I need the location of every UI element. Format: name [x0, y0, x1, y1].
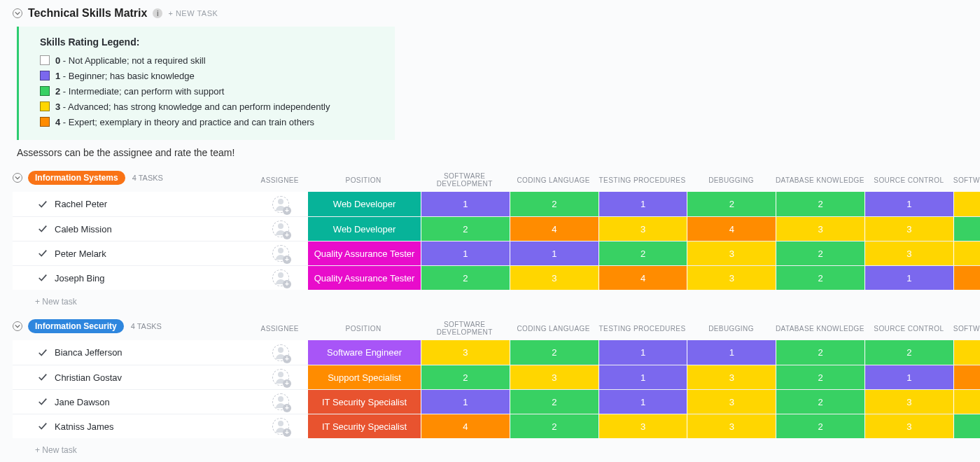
task-name-cell[interactable]: Joseph Bing	[13, 266, 254, 290]
skill-cell[interactable]: 4	[598, 266, 687, 290]
skill-cell[interactable]: 2	[776, 266, 864, 290]
skill-cell[interactable]	[953, 340, 980, 365]
skill-cell[interactable]: 3	[687, 390, 776, 414]
skill-cell[interactable]: 2	[776, 365, 864, 389]
new-task-button[interactable]: + New task	[13, 290, 980, 307]
skill-cell[interactable]	[953, 365, 980, 389]
skill-cell[interactable]: 3	[687, 266, 776, 290]
assign-user-button[interactable]: +	[272, 393, 289, 410]
group-pill[interactable]: Information Security	[28, 319, 124, 333]
skill-cell[interactable]: 3	[421, 340, 510, 365]
skill-cell[interactable]: 3	[864, 217, 953, 241]
skill-cell[interactable]: 3	[864, 414, 953, 438]
section-header: Technical Skills Matrix i + NEW TASK	[0, 7, 980, 25]
assign-user-button[interactable]: +	[272, 344, 289, 361]
assignee-cell[interactable]: +	[254, 217, 307, 241]
assignee-cell[interactable]: +	[254, 192, 307, 216]
skill-cell[interactable]: 2	[776, 390, 864, 414]
skill-cell[interactable]: 3	[864, 241, 953, 265]
skill-cell[interactable]: 1	[598, 340, 687, 365]
skill-cell[interactable]: 2	[598, 241, 687, 265]
skill-cell[interactable]: 1	[598, 365, 687, 389]
assignee-cell[interactable]: +	[254, 241, 307, 265]
skill-cell[interactable]	[953, 217, 980, 241]
task-name-cell[interactable]: Jane Dawson	[13, 390, 254, 414]
position-cell[interactable]: Web Developer	[307, 217, 421, 241]
skill-cell[interactable]: 3	[510, 365, 598, 389]
collapse-section-button[interactable]	[13, 8, 22, 18]
skill-cell[interactable]	[953, 390, 980, 414]
skill-cell[interactable]: 3	[864, 390, 953, 414]
skill-cell[interactable]: 1	[421, 192, 510, 216]
skill-cell[interactable]: 2	[776, 340, 864, 365]
skill-cell[interactable]: 3	[687, 414, 776, 438]
skill-cell[interactable]: 2	[421, 365, 510, 389]
collapse-group-button[interactable]	[13, 321, 22, 331]
skill-cell[interactable]	[953, 414, 980, 438]
task-name-cell[interactable]: Katniss James	[13, 414, 254, 438]
skill-cell[interactable]: 1	[510, 241, 598, 265]
position-cell[interactable]: Quality Assurance Tester	[307, 241, 421, 265]
skill-cell[interactable]: 3	[598, 414, 687, 438]
skill-cell[interactable]: 4	[510, 217, 598, 241]
skill-cell[interactable]: 2	[421, 266, 510, 290]
assign-user-button[interactable]: +	[272, 196, 289, 213]
skill-cell[interactable]: 2	[776, 414, 864, 438]
skill-cell[interactable]: 2	[510, 192, 598, 216]
section-info-icon[interactable]: i	[153, 8, 162, 18]
skill-cell[interactable]: 1	[598, 390, 687, 414]
legend-title: Skills Rating Legend:	[40, 36, 381, 48]
skill-cell[interactable]: 2	[510, 414, 598, 438]
skill-cell[interactable]: 3	[776, 217, 864, 241]
position-cell[interactable]: Software Engineer	[307, 340, 421, 365]
task-name-cell[interactable]: Christian Gostav	[13, 365, 254, 389]
assignee-cell[interactable]: +	[254, 340, 307, 365]
task-name-cell[interactable]: Bianca Jefferson	[13, 340, 254, 365]
assignee-cell[interactable]: +	[254, 414, 307, 438]
skill-cell[interactable]: 1	[864, 266, 953, 290]
skill-cell[interactable]: 4	[421, 414, 510, 438]
assignee-cell[interactable]: +	[254, 266, 307, 290]
group-pill[interactable]: Information Systems	[28, 171, 125, 185]
collapse-group-button[interactable]	[13, 173, 22, 183]
skill-cell[interactable]	[953, 266, 980, 290]
new-task-button-header[interactable]: + NEW TASK	[168, 9, 218, 18]
assign-user-button[interactable]: +	[272, 369, 289, 386]
skill-cell[interactable]: 2	[864, 340, 953, 365]
position-cell[interactable]: Support Specialist	[307, 365, 421, 389]
task-name-text: Peter Melark	[55, 248, 106, 259]
skill-cell[interactable]: 1	[598, 192, 687, 216]
position-cell[interactable]: Quality Assurance Tester	[307, 266, 421, 290]
skill-cell[interactable]: 4	[687, 217, 776, 241]
skill-cell[interactable]: 2	[776, 241, 864, 265]
skill-cell[interactable]: 3	[687, 365, 776, 389]
assign-user-button[interactable]: +	[272, 245, 289, 262]
skill-cell[interactable]	[953, 192, 980, 216]
assign-user-button[interactable]: +	[272, 270, 289, 286]
position-cell[interactable]: IT Security Specialist	[307, 390, 421, 414]
assign-user-button[interactable]: +	[272, 220, 289, 237]
skill-cell[interactable]: 2	[687, 192, 776, 216]
skill-cell[interactable]: 1	[421, 390, 510, 414]
skill-cell[interactable]: 1	[687, 340, 776, 365]
skill-cell[interactable]: 2	[510, 390, 598, 414]
skill-cell[interactable]	[953, 241, 980, 265]
assignee-cell[interactable]: +	[254, 390, 307, 414]
skill-cell[interactable]: 3	[687, 241, 776, 265]
skill-cell[interactable]: 1	[864, 192, 953, 216]
position-cell[interactable]: IT Security Specialist	[307, 414, 421, 438]
skill-cell[interactable]: 3	[598, 217, 687, 241]
task-name-cell[interactable]: Peter Melark	[13, 241, 254, 265]
skill-cell[interactable]: 1	[864, 365, 953, 389]
skill-cell[interactable]: 3	[510, 266, 598, 290]
task-name-cell[interactable]: Caleb Mission	[13, 217, 254, 241]
assignee-cell[interactable]: +	[254, 365, 307, 389]
position-cell[interactable]: Web Developer	[307, 192, 421, 216]
skill-cell[interactable]: 2	[776, 192, 864, 216]
assign-user-button[interactable]: +	[272, 418, 289, 435]
new-task-button[interactable]: + New task	[13, 438, 980, 455]
skill-cell[interactable]: 2	[421, 217, 510, 241]
skill-cell[interactable]: 2	[510, 340, 598, 365]
skill-cell[interactable]: 1	[421, 241, 510, 265]
task-name-cell[interactable]: Rachel Peter	[13, 192, 254, 216]
